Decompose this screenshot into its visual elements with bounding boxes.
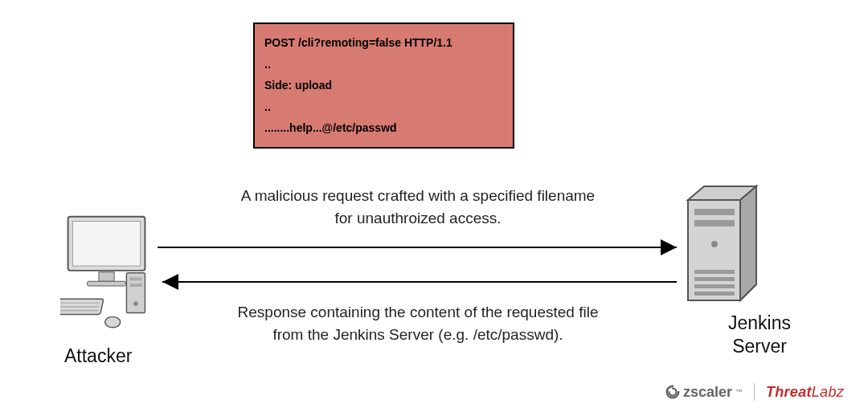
caption-line: A malicious request crafted with a speci… <box>169 185 667 207</box>
svg-rect-18 <box>694 220 735 226</box>
threat-text: Threat <box>766 384 812 400</box>
zscaler-swirl-icon <box>665 385 680 399</box>
packet-line: .. <box>264 96 503 118</box>
svg-point-19 <box>711 241 718 247</box>
brand-divider <box>754 383 755 401</box>
svg-rect-3 <box>88 281 126 286</box>
zscaler-logo: zscaler™ <box>665 384 743 401</box>
labz-text: Labz <box>812 384 844 400</box>
caption-line: from the Jenkins Server (e.g. /etc/passw… <box>169 324 667 346</box>
brand-footer: zscaler™ ThreatLabz <box>665 383 844 401</box>
jenkins-server-label: Jenkins Server <box>711 312 808 358</box>
packet-line: .. <box>264 54 503 75</box>
svg-rect-17 <box>694 209 735 215</box>
caption-line: Response containing the content of the r… <box>169 301 667 324</box>
svg-point-7 <box>133 301 138 306</box>
svg-point-12 <box>105 316 121 327</box>
svg-rect-6 <box>129 284 141 287</box>
jenkins-server-icon <box>680 180 768 312</box>
svg-marker-16 <box>740 186 756 300</box>
request-caption: A malicious request crafted with a speci… <box>169 185 667 229</box>
http-request-box: POST /cli?remoting=false HTTP/1.1 .. Sid… <box>253 22 514 149</box>
attacker-computer-icon <box>60 213 153 339</box>
response-caption: Response containing the content of the r… <box>169 301 667 345</box>
zscaler-text: zscaler <box>683 384 732 401</box>
packet-line: Side: upload <box>264 75 503 96</box>
caption-line: for unauthroized access. <box>169 207 667 230</box>
flow-arrows <box>154 238 685 294</box>
svg-rect-1 <box>72 222 140 267</box>
svg-rect-21 <box>694 277 735 281</box>
threatlabz-logo: ThreatLabz <box>766 384 844 401</box>
svg-rect-22 <box>694 284 735 288</box>
svg-rect-23 <box>694 292 735 296</box>
svg-rect-5 <box>129 277 141 280</box>
attacker-label: Attacker <box>64 345 132 367</box>
packet-line: ........help...@/etc/passwd <box>264 117 503 139</box>
trademark-symbol: ™ <box>735 388 743 396</box>
packet-line: POST /cli?remoting=false HTTP/1.1 <box>264 32 503 54</box>
svg-rect-20 <box>694 270 735 274</box>
svg-rect-2 <box>99 272 114 281</box>
